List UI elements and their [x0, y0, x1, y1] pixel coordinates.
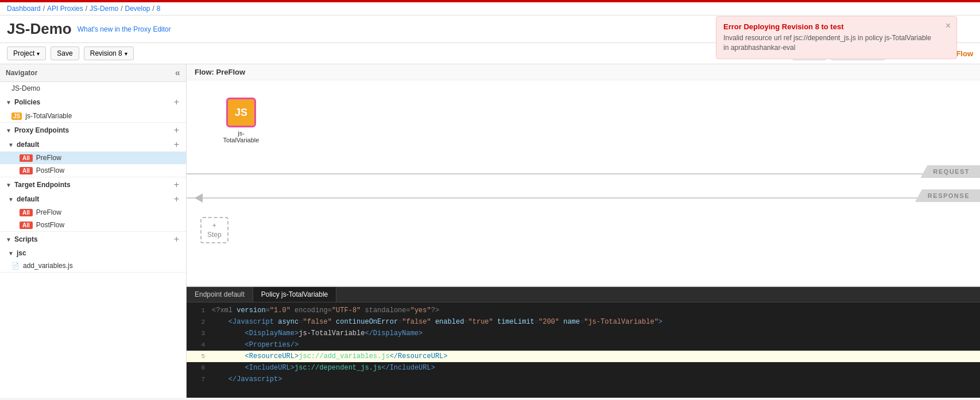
code-line-2: 2 <Javascript async="false" continueOnEr…: [187, 316, 980, 328]
revision-dropdown-arrow: ▾: [125, 51, 127, 57]
main-content: Flow: PreFlow JS js-TotalVariable REQUES…: [187, 64, 980, 398]
policies-label: Policies: [14, 98, 40, 106]
js-policy-label: js-TotalVariable: [221, 130, 261, 143]
file-icon: 📄: [11, 262, 20, 270]
flow-area: Flow: PreFlow JS js-TotalVariable REQUES…: [187, 64, 980, 286]
sidebar-policies-section: ▼ Policies + JS js-TotalVariable: [0, 95, 186, 123]
code-content[interactable]: 1 <?xml version="1.0" encoding="UTF-8" s…: [187, 302, 980, 398]
target-default-add-button[interactable]: +: [173, 195, 180, 204]
proxy-default-triangle-icon: ▼: [8, 142, 14, 148]
sidebar-root-item[interactable]: JS-Demo: [0, 82, 186, 95]
breadcrumb-dashboard[interactable]: Dashboard: [7, 5, 41, 13]
code-line-5: 5 <ResourceURL>jsc://add_variables.js</R…: [187, 351, 980, 362]
add-step-plus: +: [212, 222, 216, 230]
sidebar-root-label: JS-Demo: [11, 84, 40, 92]
breadcrumb-js-demo[interactable]: JS-Demo: [90, 5, 118, 13]
proxy-endpoints-label: Proxy Endpoints: [14, 126, 69, 134]
js-policy-icon: JS: [226, 98, 256, 127]
add-step-button[interactable]: + Step: [200, 217, 228, 243]
app-subtitle-link[interactable]: What's new in the Proxy Editor: [78, 25, 171, 33]
policies-add-button[interactable]: +: [173, 98, 180, 107]
proxy-default-label: default: [17, 141, 39, 149]
code-line-3: 3 <DisplayName>js-TotalVariable</Display…: [187, 328, 980, 339]
jsc-triangle-icon: ▼: [8, 250, 14, 257]
sidebar-proxy-endpoints-header[interactable]: ▼ Proxy Endpoints +: [0, 123, 186, 138]
target-default-triangle-icon: ▼: [8, 196, 14, 203]
error-banner: Error Deploying Revision 8 to test Inval…: [716, 16, 957, 59]
sidebar-jsc-header[interactable]: ▼ jsc: [0, 247, 186, 259]
response-row: RESPONSE: [187, 189, 980, 207]
response-arrow-left: [195, 193, 203, 203]
sidebar-target-endpoints-header[interactable]: ▼ Target Endpoints +: [0, 177, 186, 192]
sidebar-scripts-header[interactable]: ▼ Scripts +: [0, 232, 186, 247]
sidebar-target-endpoints-section: ▼ Target Endpoints + ▼ default + All Pre…: [0, 177, 186, 232]
main-layout: Navigator « JS-Demo ▼ Policies + JS js-T…: [0, 64, 980, 398]
js-badge: JS: [11, 112, 22, 120]
add-step-label: Step: [207, 231, 222, 239]
code-line-6: 6 <IncludeURL>jsc://dependent_js.js</Inc…: [187, 362, 980, 374]
preflow-badge: All: [20, 154, 33, 162]
target-preflow-label: PreFlow: [36, 208, 61, 216]
sidebar-policies-header[interactable]: ▼ Policies +: [0, 95, 186, 110]
target-endpoints-add-button[interactable]: +: [173, 180, 180, 189]
error-message: Invalid resource url ref jsc://dependent…: [723, 33, 938, 53]
error-title: Error Deploying Revision 8 to test: [723, 22, 938, 31]
target-default-label: default: [17, 195, 39, 203]
sidebar-header: Navigator «: [0, 64, 186, 82]
code-line-7: 7 </Javascript>: [187, 374, 980, 385]
target-preflow-badge: All: [20, 209, 33, 216]
js-policy-block[interactable]: JS js-TotalVariable: [221, 98, 261, 143]
scripts-label: Scripts: [14, 235, 38, 243]
request-label: REQUEST: [920, 165, 980, 178]
code-line-1: 1 <?xml version="1.0" encoding="UTF-8" s…: [187, 305, 980, 316]
code-line-4: 4 <Properties/>: [187, 339, 980, 351]
project-dropdown-arrow: ▾: [37, 51, 40, 57]
close-error-button[interactable]: ×: [946, 21, 951, 30]
code-panel: Endpoint default Policy js-TotalVariable…: [187, 286, 980, 398]
postflow-badge: All: [20, 167, 33, 174]
postflow-label: PostFlow: [36, 166, 64, 174]
revision-button[interactable]: Revision 8 ▾: [84, 46, 134, 60]
response-line: [187, 197, 980, 199]
preflow-label: PreFlow: [36, 154, 61, 162]
sidebar-proxy-default-header[interactable]: ▼ default +: [0, 138, 186, 152]
app-title: JS-Demo: [7, 20, 72, 38]
jsc-label: jsc: [17, 249, 26, 257]
code-tabs: Endpoint default Policy js-TotalVariable: [187, 287, 980, 302]
policy-name: js-TotalVariable: [25, 112, 72, 120]
flow-link[interactable]: Flow: [956, 49, 973, 58]
sidebar-collapse-button[interactable]: «: [175, 68, 180, 78]
proxy-endpoints-triangle-icon: ▼: [6, 127, 11, 134]
add-variables-label: add_variables.js: [23, 262, 73, 270]
breadcrumb-develop[interactable]: Develop: [125, 5, 150, 13]
target-postflow-label: PostFlow: [36, 221, 64, 229]
tab-policy-js-totalvariable[interactable]: Policy js-TotalVariable: [253, 287, 337, 302]
proxy-endpoints-add-button[interactable]: +: [173, 126, 180, 135]
proxy-default-add-button[interactable]: +: [173, 140, 180, 149]
breadcrumb: Dashboard / API Proxies / JS-Demo / Deve…: [0, 2, 980, 15]
scripts-add-button[interactable]: +: [173, 235, 180, 244]
sidebar-item-target-preflow[interactable]: All PreFlow: [0, 206, 186, 219]
target-postflow-badge: All: [20, 222, 33, 229]
flow-canvas[interactable]: JS js-TotalVariable REQUEST RESPONSE: [187, 80, 980, 286]
sidebar-target-default-header[interactable]: ▼ default +: [0, 192, 186, 206]
scripts-triangle-icon: ▼: [6, 236, 11, 243]
sidebar-item-js-totalvariable[interactable]: JS js-TotalVariable: [0, 110, 186, 122]
navigator-label: Navigator: [6, 69, 37, 77]
sidebar-item-preflow[interactable]: All PreFlow: [0, 152, 186, 164]
breadcrumb-api-proxies[interactable]: API Proxies: [47, 5, 83, 13]
sidebar-scripts-section: ▼ Scripts + ▼ jsc 📄 add_variables.js: [0, 232, 186, 273]
request-row: REQUEST: [187, 165, 980, 182]
sidebar-item-add-variables[interactable]: 📄 add_variables.js: [0, 259, 186, 272]
flow-title: Flow: PreFlow: [187, 64, 980, 80]
request-line: [187, 173, 980, 174]
project-button[interactable]: Project ▾: [7, 46, 46, 60]
save-button[interactable]: Save: [51, 46, 79, 60]
sidebar-item-target-postflow[interactable]: All PostFlow: [0, 219, 186, 231]
response-label: RESPONSE: [915, 189, 980, 202]
policies-triangle-icon: ▼: [6, 99, 11, 106]
sidebar-item-postflow[interactable]: All PostFlow: [0, 164, 186, 177]
target-endpoints-triangle-icon: ▼: [6, 182, 11, 188]
tab-endpoint-default[interactable]: Endpoint default: [187, 287, 253, 302]
breadcrumb-revision[interactable]: 8: [157, 5, 161, 13]
